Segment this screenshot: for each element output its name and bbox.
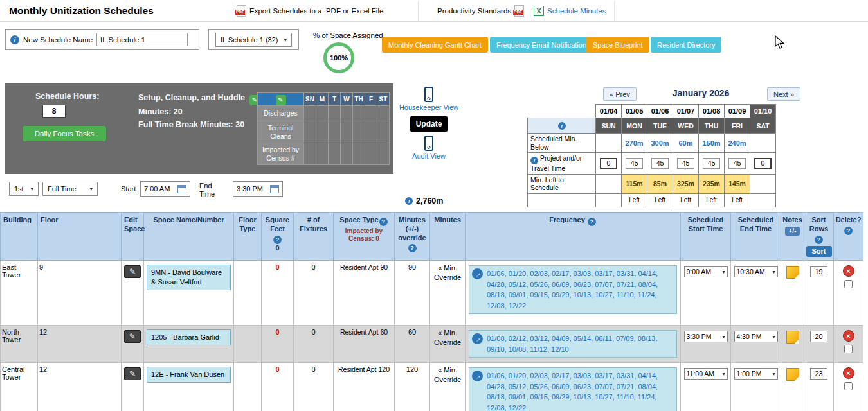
info-icon[interactable]: i	[530, 157, 538, 164]
mini-cell[interactable]	[353, 106, 365, 121]
mini-cell[interactable]	[329, 143, 341, 165]
schedule-hours-value[interactable]: 8	[42, 105, 66, 118]
frequency-date-list[interactable]: 01/06, 01/20, 02/03, 02/17, 03/03, 03/17…	[487, 371, 673, 411]
start-time-select[interactable]: 3:30 PM▾	[684, 331, 728, 342]
calendar-icon[interactable]	[270, 185, 279, 193]
info-icon[interactable]: i	[558, 122, 566, 130]
daily-focus-tasks-button[interactable]: Daily Focus Tasks	[23, 126, 106, 141]
mini-cell[interactable]	[329, 106, 341, 121]
frequency-edit-icon[interactable]: →	[472, 371, 483, 381]
project-time-input[interactable]	[651, 158, 669, 169]
start-time-select[interactable]: 11:00 AM▾	[684, 368, 728, 380]
mini-cell[interactable]	[341, 106, 353, 121]
sort-button[interactable]: Sort	[806, 246, 832, 258]
shift-start-time-input[interactable]: 7:00 AM	[140, 181, 190, 197]
mini-cell[interactable]	[304, 106, 316, 121]
project-time-input[interactable]	[703, 158, 720, 169]
space-assigned-value: 100%	[330, 54, 348, 62]
note-icon[interactable]	[786, 266, 799, 279]
mini-cell[interactable]	[365, 106, 377, 121]
help-icon[interactable]: ?	[588, 218, 596, 226]
delete-row-button[interactable]: ×	[843, 330, 854, 342]
mini-cell[interactable]	[316, 121, 329, 143]
productivity-standards-link[interactable]: Productivity Standards	[437, 7, 511, 15]
resident-directory-button[interactable]: Resident Directory	[651, 37, 721, 53]
mini-cell[interactable]	[329, 121, 341, 143]
space-name-box[interactable]: 9MN - David Boulware & Susan Veltfort	[147, 265, 231, 290]
shift-position-select[interactable]: 1st ▾	[9, 182, 39, 196]
note-icon[interactable]	[786, 368, 799, 381]
mini-cell[interactable]	[304, 143, 316, 165]
end-time-select[interactable]: 1:00 PM▾	[734, 368, 778, 380]
sort-row-input[interactable]: 19	[810, 266, 827, 277]
help-icon[interactable]: ?	[273, 236, 282, 244]
mini-cell[interactable]	[341, 143, 353, 165]
frequency-date-list[interactable]: 01/08, 02/12, 03/12, 04/09, 05/14, 06/11…	[487, 333, 673, 354]
housekeeper-view-link[interactable]: Housekeeper View	[393, 103, 464, 111]
delete-checkbox[interactable]	[844, 280, 853, 288]
shift-end-time-input[interactable]: 3:30 PM	[233, 181, 283, 197]
square-feet-cell: 0	[262, 261, 294, 326]
space-blueprint-button[interactable]: Space Blueprint	[586, 37, 649, 53]
note-icon[interactable]	[786, 331, 799, 344]
mini-cell[interactable]	[353, 143, 365, 165]
mini-cell[interactable]	[377, 143, 390, 165]
pdf-icon[interactable]: PDF	[514, 5, 524, 17]
project-time-input[interactable]	[626, 158, 643, 169]
mini-cell[interactable]	[365, 143, 377, 165]
project-time-input[interactable]	[754, 158, 772, 169]
sort-row-input[interactable]: 23	[810, 368, 827, 380]
mini-cell[interactable]	[316, 106, 329, 121]
excel-icon[interactable]: X	[534, 6, 544, 16]
project-time-input[interactable]	[677, 158, 694, 169]
frequency-email-button[interactable]: Frequency Email Notification	[490, 37, 593, 53]
edit-space-button[interactable]: ✎	[124, 367, 141, 380]
edit-icon[interactable]: ✎	[276, 95, 286, 105]
project-time-input[interactable]	[600, 158, 617, 169]
export-schedules-link[interactable]: Export Schedules to a .PDF or Excel File	[249, 7, 383, 15]
space-name-box[interactable]: 1205 - Barbara Garlid	[147, 329, 231, 345]
col-building: Building	[1, 213, 38, 261]
help-icon[interactable]: ?	[815, 236, 823, 244]
schedule-select[interactable]: IL Schedule 1 (32) ▾	[215, 33, 292, 47]
audit-view-link[interactable]: Audit View	[393, 152, 464, 160]
prev-week-button[interactable]: « Prev	[603, 87, 637, 101]
start-time-select[interactable]: 9:00 AM▾	[684, 266, 728, 277]
new-schedule-name-input[interactable]	[96, 33, 188, 46]
end-time-select[interactable]: 10:30 AM▾	[734, 266, 778, 277]
notes-toggle-button[interactable]: +/-	[785, 227, 800, 236]
employee-type-select[interactable]: Full Time ▾	[42, 182, 98, 196]
next-week-button[interactable]: Next »	[767, 87, 800, 101]
mini-cell[interactable]	[353, 121, 365, 143]
calendar-icon[interactable]	[177, 185, 186, 193]
mini-cell[interactable]	[377, 106, 390, 121]
help-icon[interactable]: ?	[408, 244, 417, 252]
sort-row-input[interactable]: 20	[810, 331, 827, 342]
space-name-box[interactable]: 12E - Frank Van Dusen	[147, 367, 231, 383]
frequency-edit-icon[interactable]: →	[472, 333, 483, 344]
edit-space-button[interactable]: ✎	[124, 330, 141, 343]
project-time-input[interactable]	[728, 158, 746, 169]
edit-space-button[interactable]: ✎	[124, 265, 141, 278]
mini-cell[interactable]	[365, 121, 377, 143]
delete-checkbox[interactable]	[844, 345, 853, 353]
mini-cell[interactable]	[316, 143, 329, 165]
end-time-select[interactable]: 4:30 PM▾	[734, 331, 778, 342]
info-icon[interactable]: i	[10, 35, 19, 44]
mini-cell[interactable]	[304, 121, 316, 143]
help-icon[interactable]: ?	[844, 227, 853, 235]
frequency-date-list[interactable]: 01/06, 01/20, 02/03, 02/17, 03/03, 03/17…	[487, 268, 673, 311]
mini-edit-cell[interactable]: ✎	[258, 93, 304, 106]
monthly-gantt-button[interactable]: Monthly Cleaning Gantt Chart	[382, 37, 488, 53]
update-button[interactable]: Update	[410, 116, 448, 132]
info-icon[interactable]: i	[405, 197, 413, 205]
mini-cell[interactable]	[377, 121, 390, 143]
delete-checkbox[interactable]	[844, 382, 853, 390]
help-icon[interactable]: ?	[379, 218, 388, 226]
delete-row-button[interactable]: ×	[843, 265, 854, 277]
frequency-edit-icon[interactable]: →	[472, 268, 483, 279]
schedule-minutes-link[interactable]: Schedule Minutes	[547, 7, 606, 15]
mini-cell[interactable]	[341, 121, 353, 143]
chevron-down-icon: ▾	[772, 334, 775, 340]
delete-row-button[interactable]: ×	[843, 367, 854, 379]
